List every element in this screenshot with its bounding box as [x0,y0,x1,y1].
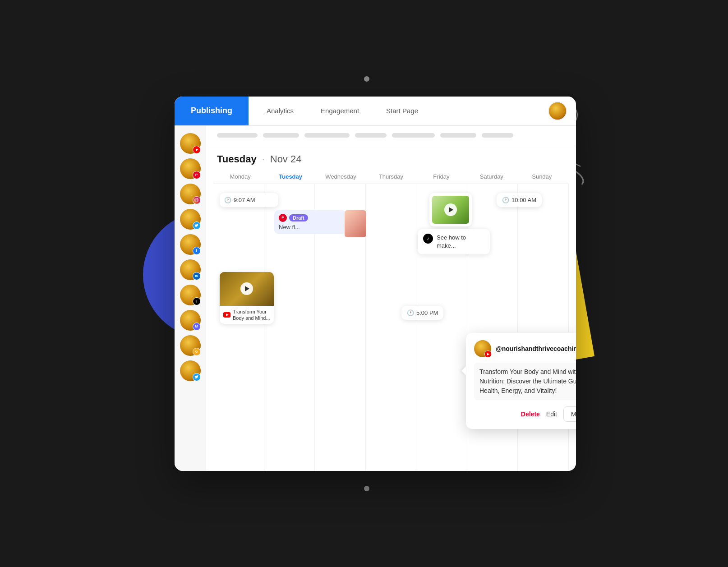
date-heading: Tuesday · Nov 24 [206,145,576,170]
filter-pill-1 [217,133,258,138]
video-card-body: Transform Your Body and Mind... [220,306,274,324]
popup-actions: Delete Edit Move to Drafts ▾ [474,406,576,422]
gb-badge: G [193,348,201,356]
day-header-mon: Monday [215,170,265,184]
tab-engagement[interactable]: Engagement [321,105,359,116]
sidebar-item-facebook[interactable]: f [180,234,201,255]
clock-icon-mon2: 🕐 [407,309,414,316]
day-header-sat: Saturday [466,170,516,184]
col-thursday [366,184,417,471]
tw-badge [193,221,201,230]
video-thumbnail [220,272,274,306]
sidebar-item-pinterest[interactable]: P [180,158,201,179]
filter-pill-3 [304,133,350,138]
calendar-area: Tuesday · Nov 24 Monday Tuesday Wednesda… [206,126,576,471]
col-friday [416,184,467,471]
friday-video-card[interactable] [429,193,472,226]
date-separator: · [262,153,265,165]
week-header: Monday Tuesday Wednesday Thursday Friday… [213,170,569,184]
draft-text: New fl... [279,224,342,230]
day-header-tue: Tuesday [265,170,315,184]
clock-icon-mon: 🕐 [224,197,231,203]
tab-startpage[interactable]: Start Page [386,105,418,116]
tw2-badge [193,373,201,381]
friday-play-button[interactable] [444,203,457,216]
filter-pill-6 [440,133,476,138]
tiktok-text: See how to make... [437,234,484,250]
fb-badge: f [193,247,201,255]
youtube-icon-sm [223,312,230,318]
tiktok-card-content: ♪ See how to make... [423,234,484,250]
ig-badge [193,196,201,204]
svg-point-2 [197,198,198,199]
move-to-drafts-button[interactable]: Move to Drafts ▾ [563,406,576,422]
monday-time-label: 🕐 9:07 AM [224,197,274,203]
top-nav: Publishing Analytics Engagement Start Pa… [175,97,576,126]
filter-pill-2 [263,133,299,138]
saturday-time-card[interactable]: 🕐 10:00 AM [497,193,542,207]
popup-username: @nourishandthrivecoaching [496,345,576,352]
nav-avatar[interactable] [548,101,567,120]
day-header-sun: Sunday [517,170,567,184]
bg-dot-top [364,76,369,82]
move-label[interactable]: Move to Drafts [564,407,576,421]
day-header-fri: Friday [416,170,466,184]
play-button[interactable] [240,282,253,295]
app-window: Publishing Analytics Engagement Start Pa… [175,97,576,471]
bg-dot-bottom [364,486,369,491]
nav-tabs: Analytics Engagement Start Page [249,105,548,116]
mon-5pm-label: 🕐 5:00 PM [407,309,438,316]
video-title: Transform Your Body and Mind... [233,309,270,322]
edit-button[interactable]: Edit [546,410,557,418]
sidebar-item-twitter2[interactable] [180,360,201,381]
popup-header: ▶ @nourishandthrivecoaching 5:00 PM [474,340,576,357]
yt-play-sm [226,313,229,316]
nav-publishing-tab[interactable]: Publishing [175,97,249,125]
popup-avatar: ▶ [474,340,491,357]
current-day: Tuesday [217,153,257,165]
sidebar-item-instagram[interactable] [180,184,201,204]
filter-pill-5 [392,133,435,138]
sidebar-item-linkedin[interactable]: in [180,259,201,280]
sidebar-item-tiktok[interactable]: ♪ [180,285,201,305]
monday-video-card[interactable]: Transform Your Body and Mind... [220,272,274,324]
svg-point-1 [196,199,198,201]
draft-badge: Draft [289,214,308,221]
filter-pill-4 [355,133,387,138]
sidebar: ▶ P [175,126,206,471]
draft-card[interactable]: P Draft New fl... [274,210,346,234]
sidebar-item-twitter[interactable] [180,209,201,230]
tk-badge: ♪ [193,297,201,305]
ms-badge: M [193,323,201,331]
monday-5pm-card[interactable]: 🕐 5:00 PM [401,306,443,320]
sat-time-label: 🕐 10:00 AM [502,197,536,203]
monday-time-card[interactable]: 🕐 9:07 AM [220,193,278,207]
tab-analytics[interactable]: Analytics [267,105,294,116]
clock-icon-sat: 🕐 [502,197,509,203]
week-calendar: Monday Tuesday Wednesday Thursday Friday… [206,170,576,471]
publishing-label: Publishing [191,106,232,115]
sidebar-item-youtube[interactable]: ▶ [180,133,201,154]
post-detail-popup: ▶ @nourishandthrivecoaching 5:00 PM Tran… [466,333,576,429]
popup-body: Transform Your Body and Mind with the Po… [474,363,576,400]
filter-pill-7 [482,133,513,138]
day-header-wed: Wednesday [316,170,366,184]
monday-time2-text: 5:00 PM [416,309,438,316]
popup-avatar-badge: ▶ [484,350,492,358]
avatar-image [549,102,566,120]
scene: Publishing Analytics Engagement Start Pa… [116,67,612,500]
draft-thumbnail [345,210,366,237]
popup-connector [461,366,466,375]
delete-button[interactable]: Delete [521,410,540,418]
sidebar-item-google[interactable]: G [180,335,201,356]
current-date: Nov 24 [270,153,302,165]
yt-badge: ▶ [193,146,201,154]
sidebar-item-mastodon[interactable]: M [180,310,201,331]
filter-bar [206,126,576,145]
li-badge: in [193,272,201,280]
col-monday [213,184,264,471]
tiktok-post-card[interactable]: ♪ See how to make... [418,229,490,254]
main-content: ▶ P [175,126,576,471]
friday-play-triangle [449,207,453,212]
monday-time-text: 9:07 AM [234,197,255,203]
